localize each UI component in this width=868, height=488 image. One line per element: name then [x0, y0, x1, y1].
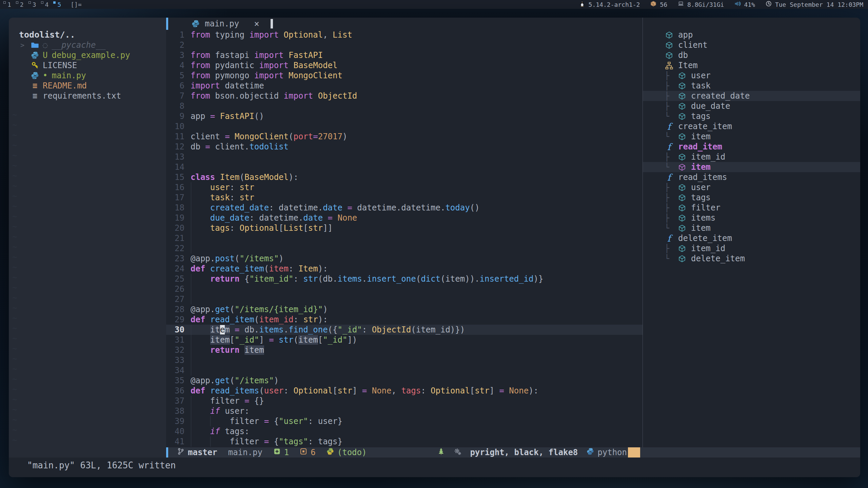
symbol-tags[interactable]: ├tags [643, 192, 860, 203]
file-tree-item-debug-example-py[interactable]: Udebug_example.py [9, 50, 166, 60]
symbol-app[interactable]: app [643, 30, 860, 40]
line-number: 16 [166, 182, 191, 192]
workspace-4[interactable]: 4 [41, 1, 49, 8]
layout-symbol: []= [71, 1, 82, 8]
indent-guide [191, 243, 191, 253]
code-line: 21 [166, 233, 643, 243]
code-line: 11client = MongoClient(port=27017) [166, 131, 643, 142]
symbol-read_items[interactable]: fread_items [643, 172, 860, 182]
code-area[interactable]: 1from typing import Optional, List23from… [166, 30, 643, 447]
text-cursor: e [220, 325, 225, 334]
symbol-item_id[interactable]: ├item_id [643, 152, 860, 162]
line-number: 15 [166, 172, 191, 182]
indent-guide [191, 436, 191, 447]
code-line: 13 [166, 152, 643, 162]
code-line: 41 filter = {"tags": tags} [166, 436, 643, 447]
file-tree-item--pycache-[interactable]: >◌__pycache__ [9, 40, 166, 50]
indent-guide [191, 274, 191, 284]
variable-icon [677, 224, 686, 232]
symbol-read_item[interactable]: fread_item [643, 142, 860, 152]
file-tree-root: todolist/.. [9, 30, 166, 40]
symbols-outline-panel[interactable]: appclientdbItem├user├task├created_date├d… [643, 18, 860, 447]
terminal-window: todolist/.. >◌__pycache__Udebug_example.… [9, 18, 860, 477]
symbol-Item[interactable]: Item [643, 60, 860, 70]
code-line: 25 return {"item_id": str(db.items.inser… [166, 274, 643, 284]
code-line: 2 [166, 40, 643, 50]
variable-icon [677, 132, 686, 141]
symbol-delete_item[interactable]: fdelete_item [643, 233, 860, 243]
workspace-2[interactable]: 2 [16, 1, 24, 8]
symbol-user[interactable]: ├user [643, 70, 860, 81]
code-line: 12db = client.todolist [166, 142, 643, 152]
symbol-label: item_id [691, 244, 725, 253]
symbol-tags[interactable]: └tags [643, 111, 860, 121]
workspace-indicator [53, 1, 56, 4]
expand-arrow-icon[interactable]: > [20, 41, 31, 49]
workspace-indicator [16, 1, 18, 4]
workspace-1[interactable]: 1 [3, 1, 11, 8]
symbol-user[interactable]: ├user [643, 182, 860, 192]
line-number: 18 [166, 203, 191, 213]
symbol-items[interactable]: ├items [643, 213, 860, 223]
line-number: 11 [166, 131, 191, 142]
symbol-due_date[interactable]: ├due_date [643, 101, 860, 111]
diff-add-icon [273, 448, 281, 457]
module-text: 56 [660, 1, 667, 8]
symbol-created_date[interactable]: ├created_date [643, 91, 860, 101]
symbol-create_item[interactable]: fcreate_item [643, 121, 860, 131]
code-line: 32 return item [166, 345, 643, 355]
indent-guide [191, 192, 191, 203]
symbol-db[interactable]: db [643, 50, 860, 60]
statusline-treesitter-indicator [437, 448, 445, 457]
tree-branch-guide: ├ [665, 152, 677, 161]
workspace-indicator [3, 1, 6, 4]
file-tree-item-main-py[interactable]: •main.py [9, 70, 166, 81]
file-tree-item-readme-md[interactable]: ≡README.md [9, 81, 166, 91]
symbol-label: tags [691, 193, 711, 202]
code-line: 40 if tags: [166, 426, 643, 436]
symbol-label: app [678, 30, 693, 40]
symbol-item_id[interactable]: ├item_id [643, 243, 860, 253]
empty-buffer-tildes: ~ ~ ~ ~ ~ ~ ~ ~ ~ ~ ~ ~ ~ ~ ~ ~ ~ ~ ~ ~ … [12, 110, 17, 455]
code-line: 27 [166, 294, 643, 304]
indent-guide [191, 335, 191, 345]
tab-main-py[interactable]: main.py × [168, 19, 259, 29]
symbol-task[interactable]: ├task [643, 81, 860, 91]
indent-guide [191, 426, 191, 436]
workspace-5[interactable]: 5 [53, 1, 61, 8]
symbol-label: delete_item [678, 233, 732, 243]
tree-branch-guide: └ [665, 163, 677, 171]
function-icon: f [665, 173, 673, 182]
line-number: 13 [166, 152, 191, 162]
statusline-text: (todo) [337, 448, 367, 457]
variable-icon [677, 102, 686, 110]
file-tree-item-license[interactable]: LICENSE [9, 60, 166, 70]
symbol-item[interactable]: └item [643, 162, 860, 172]
workspace-3[interactable]: 3 [28, 1, 36, 8]
symbol-item[interactable]: └item [643, 131, 860, 142]
function-icon: f [665, 142, 673, 151]
symbol-item[interactable]: └item [643, 223, 860, 233]
code-line: 37 filter = {} [166, 396, 643, 406]
symbol-delete_item[interactable]: └delete_item [643, 253, 860, 264]
tree-branch-guide: ├ [665, 183, 677, 192]
line-number: 7 [166, 91, 191, 101]
line-number: 26 [166, 284, 191, 294]
statusline-text: 1 [284, 448, 289, 457]
line-number: 35 [166, 375, 191, 386]
statusline-progress-block [628, 447, 640, 458]
close-icon[interactable]: × [254, 19, 259, 29]
line-number: 28 [166, 304, 191, 314]
code-line: 36def read_items(user: Optional[str] = N… [166, 386, 643, 396]
file-explorer[interactable]: todolist/.. >◌__pycache__Udebug_example.… [9, 18, 166, 447]
treesitter-icon [437, 448, 445, 457]
file-name: debug_example.py [52, 50, 130, 60]
symbol-label: delete_item [691, 254, 745, 263]
file-tree-item-requirements-txt[interactable]: ≡requirements.txt [9, 91, 166, 101]
symbol-label: Item [678, 61, 698, 70]
symbol-client[interactable]: client [643, 40, 860, 50]
statusline-lsp-servers: pyright, black, flake8 [470, 448, 578, 457]
line-number: 17 [166, 192, 191, 203]
line-number: 24 [166, 264, 191, 274]
symbol-filter[interactable]: ├filter [643, 203, 860, 213]
